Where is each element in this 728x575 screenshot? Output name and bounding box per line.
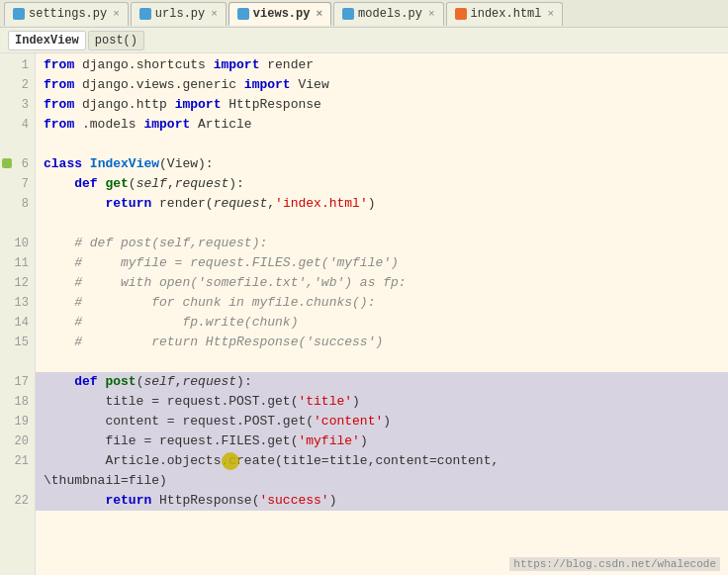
line-num-6: 6 xyxy=(0,154,35,174)
line-num-14: 14 xyxy=(0,313,35,333)
line-num-5 xyxy=(0,135,35,154)
fold-marker-6 xyxy=(2,158,12,168)
line-num-3: 3 xyxy=(0,95,35,115)
watermark: https://blog.csdn.net/whalecode xyxy=(509,557,720,571)
tab-urls-close[interactable]: × xyxy=(211,8,218,20)
line-num-13: 13 xyxy=(0,293,35,313)
code-line-8: return render(request,'index.html') xyxy=(36,194,728,214)
code-line-13: # for chunk in myfile.chunks(): xyxy=(36,293,728,313)
breadcrumb-indexview[interactable]: IndexView xyxy=(8,31,86,50)
tab-settings-close[interactable]: × xyxy=(113,8,120,20)
code-line-11: # myfile = request.FILES.get('myfile') xyxy=(36,253,728,273)
line-num-15: 15 xyxy=(0,333,35,352)
tab-settings-label: settings.py xyxy=(29,7,107,21)
tab-views-label: views.py xyxy=(253,7,311,21)
tab-views[interactable]: views.py × xyxy=(228,2,331,26)
code-line-19: content = request.POST.get('content') xyxy=(36,412,728,431)
line-num-10: 10 xyxy=(0,234,35,253)
line-num-18: 18 xyxy=(0,392,35,412)
line-num-8: 8 xyxy=(0,194,35,214)
code-line-1: from django.shortcuts import render xyxy=(36,55,728,75)
tab-bar: settings.py × urls.py × views.py × model… xyxy=(0,0,728,28)
code-line-4: from .models import Article xyxy=(36,115,728,135)
code-line-18: title = request.POST.get('title') xyxy=(36,392,728,412)
py-icon-models xyxy=(342,8,354,20)
line-num-21: 21 xyxy=(0,451,35,471)
code-area: 1 2 3 4 6 7 8 10 11 12 13 14 15 17 18 19… xyxy=(0,53,728,575)
code-line-5 xyxy=(36,135,728,154)
code-line-21b: \thumbnail=file) xyxy=(36,471,728,491)
code-line-15: # return HttpResponse('success') xyxy=(36,333,728,352)
tab-models-label: models.py xyxy=(358,7,422,21)
line-num-1: 1 xyxy=(0,55,35,75)
tab-views-close[interactable]: × xyxy=(316,8,322,20)
code-line-21: Article.objects.create(title=title,conte… xyxy=(36,451,728,471)
line-num-20: 20 xyxy=(0,431,35,451)
line-num-16 xyxy=(0,352,35,372)
line-num-22: 22 xyxy=(0,491,35,511)
code-line-10: # def post(self,request): xyxy=(36,234,728,253)
code-line-22: return HttpResponse('success') xyxy=(36,491,728,511)
line-num-4: 4 xyxy=(0,115,35,135)
line-num-7: 7 xyxy=(0,174,35,194)
code-line-16 xyxy=(36,352,728,372)
line-numbers: 1 2 3 4 6 7 8 10 11 12 13 14 15 17 18 19… xyxy=(0,53,36,575)
tab-index[interactable]: index.html × xyxy=(446,2,564,26)
breadcrumb-bar: IndexView post() xyxy=(0,28,728,53)
line-num-9 xyxy=(0,214,35,234)
code-line-20: file = request.FILES.get('myfile') xyxy=(36,431,728,451)
html-icon xyxy=(455,8,467,20)
code-line-9 xyxy=(36,214,728,234)
code-line-7: def get(self,request): xyxy=(36,174,728,194)
py-icon xyxy=(13,8,25,20)
breadcrumb-post[interactable]: post() xyxy=(88,31,144,50)
py-icon-views xyxy=(237,8,249,20)
code-line-14: # fp.write(chunk) xyxy=(36,313,728,333)
line-num-19: 19 xyxy=(0,412,35,431)
line-num-17: 17 xyxy=(0,372,35,392)
tab-models[interactable]: models.py × xyxy=(333,2,443,26)
code-line-2: from django.views.generic import View xyxy=(36,75,728,95)
line-num-11: 11 xyxy=(0,253,35,273)
tab-index-label: index.html xyxy=(471,7,542,21)
py-icon-urls xyxy=(139,8,151,20)
editor: 1 2 3 4 6 7 8 10 11 12 13 14 15 17 18 19… xyxy=(0,53,728,575)
code-line-12: # with open('somefile.txt','wb') as fp: xyxy=(36,273,728,293)
code-line-3: from django.http import HttpResponse xyxy=(36,95,728,115)
tab-settings[interactable]: settings.py × xyxy=(4,2,129,26)
code-lines[interactable]: from django.shortcuts import render from… xyxy=(36,53,728,575)
tab-urls-label: urls.py xyxy=(155,7,205,21)
line-num-21b xyxy=(0,471,35,491)
tab-urls[interactable]: urls.py × xyxy=(131,2,227,26)
code-line-17: def post(self,request): xyxy=(36,372,728,392)
code-line-6: class IndexView(View): xyxy=(36,154,728,174)
line-num-12: 12 xyxy=(0,273,35,293)
tab-index-close[interactable]: × xyxy=(548,8,555,20)
line-num-2: 2 xyxy=(0,75,35,95)
tab-models-close[interactable]: × xyxy=(428,8,435,20)
